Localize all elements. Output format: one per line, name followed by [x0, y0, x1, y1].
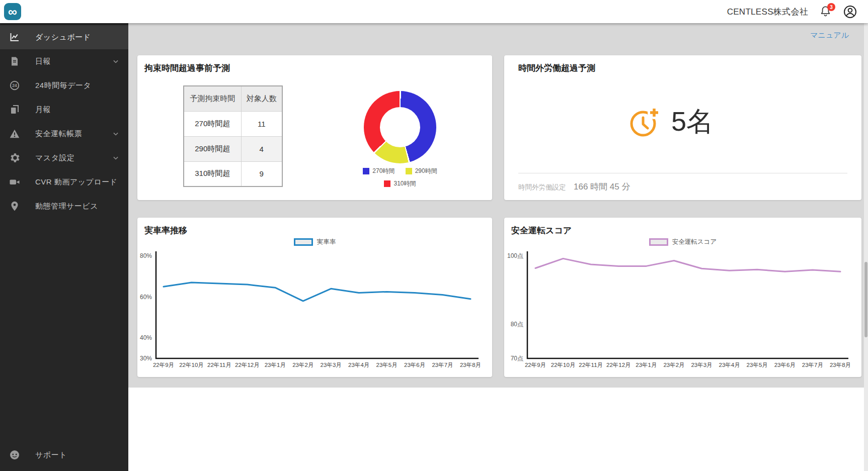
chart-legend: 実車率: [137, 238, 492, 246]
warning-triangle-icon: [9, 128, 20, 139]
card-title: 実車率推移: [144, 225, 187, 236]
series-line: [535, 258, 840, 271]
table-header-cell: 対象人数: [241, 86, 282, 111]
map-pin-icon: [9, 201, 20, 212]
x-tick-label: 23年6月: [774, 362, 796, 368]
pages-icon: [9, 104, 20, 115]
clock-24-icon: 24: [9, 80, 20, 91]
gear-icon: [9, 152, 20, 163]
x-tick-label: 23年2月: [292, 362, 313, 368]
legend-label: 290時間: [415, 167, 437, 175]
x-tick-label: 23年4月: [719, 362, 740, 368]
x-tick-label: 22年12月: [606, 362, 631, 368]
sidebar-item-label: サポート: [35, 450, 67, 460]
legend-label: 270時間: [372, 167, 394, 175]
sidebar-item-label: 日報: [35, 57, 51, 66]
sidebar-item-label: 動態管理サービス: [35, 202, 98, 211]
chevron-down-icon: [111, 153, 120, 162]
account-icon[interactable]: [843, 5, 857, 19]
sidebar-item-24h-data[interactable]: 24 24時間毎データ: [0, 73, 128, 98]
legend-swatch: [294, 238, 313, 246]
x-tick-label: 23年3月: [691, 362, 712, 368]
x-tick-label: 23年6月: [404, 362, 425, 368]
card-actual-rate-chart: 実車率推移 実車率 80%60%40%30%22年9月22年10月22年11月2…: [137, 218, 492, 377]
x-tick-label: 22年9月: [525, 362, 546, 368]
clock-plus-icon: [629, 106, 662, 139]
notification-badge: 3: [827, 3, 835, 11]
sidebar-item-label: マスタ設定: [35, 153, 75, 163]
table-cell: 4: [241, 136, 282, 161]
table-cell: 9: [241, 161, 282, 186]
sidebar-item-daily-report[interactable]: 日報: [0, 49, 128, 73]
x-tick-label: 22年9月: [153, 362, 174, 368]
y-tick-label: 60%: [140, 294, 152, 301]
sidebar-item-label: CVR 動画アップロード: [35, 177, 118, 187]
sidebar-item-monthly-report[interactable]: 月報: [0, 98, 128, 122]
table-row: 270時間超 11: [184, 111, 282, 136]
card-restraint-time-prediction: 拘束時間超過事前予測 予測拘束時間 対象人数 270時間超 11 290時間超 …: [137, 55, 492, 200]
scrollbar-thumb[interactable]: [864, 262, 867, 337]
x-tick-label: 23年7月: [432, 362, 453, 368]
x-tick-label: 23年5月: [376, 362, 398, 368]
chart-line-icon: [9, 32, 20, 43]
chevron-down-icon: [111, 129, 120, 138]
chart-axis: [156, 251, 479, 358]
scrollbar-track[interactable]: [864, 23, 868, 471]
document-icon: [9, 56, 20, 67]
y-tick-label: 100点: [507, 252, 523, 259]
chart-legend: 安全運転スコア: [504, 238, 861, 246]
y-tick-label: 40%: [140, 334, 152, 341]
divider: [518, 173, 847, 173]
line-chart-safety-score: 100点80点70点22年9月22年10月22年11月22年12月23年1月23…: [504, 250, 861, 375]
legend-swatch: [649, 238, 668, 246]
top-bar: ∞ CENTLESS株式会社 3: [0, 0, 868, 23]
sidebar-item-master-settings[interactable]: マスタ設定: [0, 146, 128, 170]
sidebar-item-label: 安全運転帳票: [35, 129, 82, 139]
overtime-count: 5名: [671, 104, 714, 140]
sidebar-item-support[interactable]: サポート: [0, 443, 128, 467]
overtime-setting-value: 166 時間 45 分: [574, 181, 630, 193]
x-tick-label: 22年11月: [207, 362, 231, 368]
donut-chart: [364, 91, 436, 163]
sidebar-item-safe-driving-forms[interactable]: 安全運転帳票: [0, 122, 128, 146]
restraint-table: 予測拘束時間 対象人数 270時間超 11 290時間超 4 310時間超 9: [183, 85, 283, 187]
legend-item: 270時間: [363, 167, 394, 175]
overtime-setting-label: 時間外労働設定: [518, 183, 566, 192]
svg-text:24: 24: [12, 83, 17, 88]
legend-swatch: [363, 168, 369, 174]
x-tick-label: 23年8月: [830, 362, 851, 368]
card-overtime-prediction: 時間外労働超過予測 5名 時間外労働設定 166 時間 45 分: [504, 55, 861, 200]
legend-label: 310時間: [393, 179, 416, 188]
table-cell: 11: [241, 111, 282, 136]
sidebar: ダッシュボード 日報 24 24時間毎データ 月報: [0, 23, 128, 471]
main-content: マニュアル 拘束時間超過事前予測 予測拘束時間 対象人数 270時間超 11 2…: [128, 23, 868, 471]
sidebar-item-dashboard[interactable]: ダッシュボード: [0, 25, 128, 49]
sidebar-item-label: 月報: [35, 105, 51, 115]
card-safety-score-chart: 安全運転スコア 安全運転スコア 100点80点70点22年9月22年10月22年…: [504, 218, 861, 377]
notifications-button[interactable]: 3: [819, 5, 832, 18]
x-tick-label: 23年8月: [460, 362, 481, 368]
app-logo[interactable]: ∞: [4, 3, 21, 20]
x-tick-label: 23年5月: [747, 362, 768, 368]
sidebar-item-label: 24時間毎データ: [35, 81, 91, 90]
line-chart-actual-rate: 80%60%40%30%22年9月22年10月22年11月22年12月23年1月…: [137, 250, 492, 375]
card-title: 時間外労働超過予測: [518, 62, 595, 74]
y-tick-label: 80点: [511, 321, 523, 328]
x-tick-label: 23年1月: [265, 362, 286, 368]
sidebar-item-cvr-video-upload[interactable]: CVR 動画アップロード: [0, 170, 128, 194]
table-header-cell: 予測拘束時間: [184, 86, 241, 111]
y-tick-label: 30%: [140, 355, 152, 362]
table-cell: 270時間超: [184, 111, 241, 136]
legend-label: 実車率: [317, 238, 336, 246]
manual-link[interactable]: マニュアル: [810, 31, 849, 40]
content-region: マニュアル 拘束時間超過事前予測 予測拘束時間 対象人数 270時間超 11 2…: [128, 23, 864, 388]
support-robot-icon: [9, 449, 20, 460]
x-tick-label: 23年3月: [321, 362, 342, 368]
sidebar-item-label: ダッシュボード: [35, 33, 91, 42]
sidebar-item-dynamic-management[interactable]: 動態管理サービス: [0, 194, 128, 218]
card-title: 拘束時間超過事前予測: [144, 62, 230, 74]
x-tick-label: 22年12月: [235, 362, 260, 368]
legend-swatch: [384, 180, 390, 187]
x-tick-label: 23年1月: [636, 362, 657, 368]
x-tick-label: 23年4月: [348, 362, 369, 368]
